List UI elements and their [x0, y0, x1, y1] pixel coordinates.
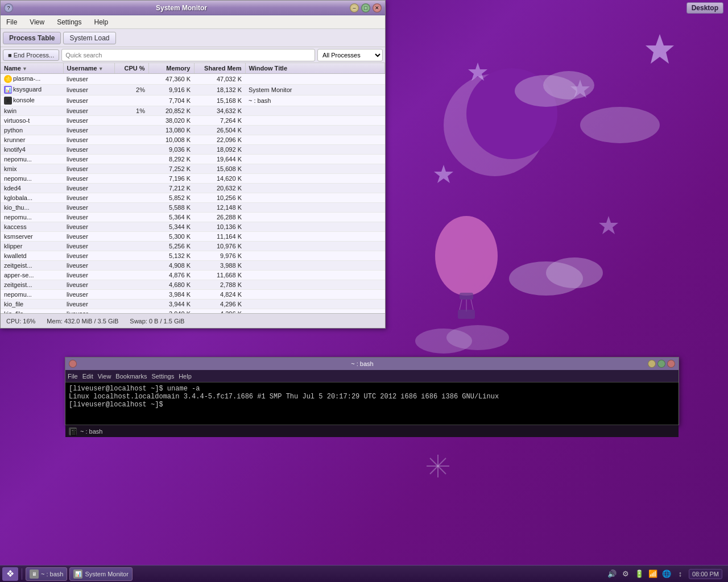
terminal-close-button[interactable] — [69, 360, 77, 368]
table-row[interactable]: kio_thu... liveuser 5,588 K 12,148 K — [1, 203, 385, 213]
table-row[interactable]: nepomu... liveuser 5,364 K 26,288 K — [1, 213, 385, 222]
minimize-button[interactable]: – — [350, 3, 359, 13]
table-row[interactable]: nepomu... liveuser 3,984 K 4,824 K — [1, 290, 385, 300]
col-header-name[interactable]: Name▼ — [1, 63, 63, 74]
table-row[interactable]: virtuoso-t liveuser 38,020 K 7,264 K — [1, 116, 385, 126]
terminal-menu-help[interactable]: Help — [179, 373, 192, 380]
cell-name: kded4 — [1, 184, 63, 193]
col-header-shared[interactable]: Shared Mem — [194, 63, 245, 74]
table-row[interactable]: klipper liveuser 5,256 K 10,976 K — [1, 242, 385, 251]
cell-shared: 2,788 K — [194, 280, 245, 290]
cell-username: liveuser — [63, 203, 114, 213]
system-monitor-titlebar: ? System Monitor – □ ✕ — [1, 1, 385, 15]
cell-cpu — [114, 164, 148, 174]
table-row[interactable]: nepomu... liveuser 7,196 K 14,620 K — [1, 174, 385, 184]
process-table-scroll[interactable]: Name▼ Username▼ CPU % Memory Shared Mem … — [1, 63, 385, 313]
table-row[interactable]: zeitgeist... liveuser 4,680 K 2,788 K — [1, 280, 385, 290]
tab-system-load[interactable]: System Load — [63, 32, 115, 44]
cell-name: ksmserver — [1, 232, 63, 242]
terminal-window: ~ : bash File Edit View Bookmarks Settin… — [65, 357, 679, 425]
cell-window — [245, 300, 385, 309]
search-input[interactable] — [61, 49, 315, 61]
cell-cpu — [114, 74, 148, 85]
table-row[interactable]: python liveuser 13,080 K 26,504 K — [1, 126, 385, 135]
cell-name: kio_file — [1, 300, 63, 309]
cell-window: ~ : bash — [245, 95, 385, 106]
table-row[interactable]: kwalletd liveuser 5,132 K 9,976 K — [1, 251, 385, 261]
taskbar-item-terminal[interactable]: 🖥 ~ : bash — [26, 567, 67, 581]
menu-help[interactable]: Help — [91, 17, 112, 27]
cell-window — [245, 106, 385, 116]
table-row[interactable]: ksmserver liveuser 5,300 K 11,164 K — [1, 232, 385, 242]
titlebar-controls: ? — [4, 3, 13, 13]
tray-icon-1[interactable]: 🔊 — [607, 569, 617, 579]
cell-name: klipper — [1, 242, 63, 251]
table-row[interactable]: krunner liveuser 10,008 K 22,096 K — [1, 135, 385, 145]
cell-window — [245, 222, 385, 232]
process-table-area: Name▼ Username▼ CPU % Memory Shared Mem … — [1, 63, 385, 313]
table-row[interactable]: knotify4 liveuser 9,036 K 18,092 K — [1, 145, 385, 155]
cell-shared: 3,988 K — [194, 261, 245, 271]
col-header-username[interactable]: Username▼ — [63, 63, 114, 74]
taskbar-start-button[interactable]: ❖ — [2, 567, 18, 581]
terminal-maximize-button[interactable] — [657, 360, 665, 368]
tray-icon-5[interactable]: 🌐 — [661, 569, 672, 579]
table-row[interactable]: kglobala... liveuser 5,852 K 10,256 K — [1, 193, 385, 203]
terminal-minimize-button[interactable] — [648, 360, 656, 368]
help-button[interactable]: ? — [4, 3, 13, 13]
tray-icon-2[interactable]: ⚙ — [621, 569, 631, 579]
table-row[interactable]: kio_file liveuser 3,940 K 4,296 K — [1, 309, 385, 313]
table-row[interactable]: kwin liveuser 1% 20,852 K 34,632 K — [1, 106, 385, 116]
tray-icon-4[interactable]: 📶 — [648, 569, 658, 579]
cell-memory: 9,916 K — [148, 85, 194, 95]
desktop-button[interactable]: Desktop — [686, 2, 723, 14]
terminal-menu-file[interactable]: File — [68, 373, 78, 380]
cell-memory: 7,212 K — [148, 184, 194, 193]
taskbar-item-sysmon[interactable]: 📊 System Monitor — [69, 567, 132, 581]
table-row[interactable]: kded4 liveuser 7,212 K 20,632 K — [1, 184, 385, 193]
process-table-body: ⭐plasma-... liveuser 47,360 K 47,032 K 📊… — [1, 74, 385, 314]
terminal-menu-bookmarks[interactable]: Bookmarks — [115, 373, 147, 380]
col-header-window[interactable]: Window Title — [245, 63, 385, 74]
cell-name: knotify4 — [1, 145, 63, 155]
col-header-cpu[interactable]: CPU % — [114, 63, 148, 74]
tray-icon-6[interactable]: ↕ — [675, 569, 685, 579]
table-row[interactable]: zeitgeist... liveuser 4,908 K 3,988 K — [1, 261, 385, 271]
tab-process-table[interactable]: Process Table — [3, 32, 61, 44]
status-cpu: CPU: 16% — [6, 318, 35, 325]
table-row[interactable]: nepomu... liveuser 8,292 K 19,644 K — [1, 155, 385, 164]
tray-icon-3[interactable]: 🔋 — [634, 569, 644, 579]
cell-shared: 19,644 K — [194, 155, 245, 164]
terminal-menu-edit[interactable]: Edit — [82, 373, 93, 380]
cell-cpu — [114, 280, 148, 290]
terminal-close-button2[interactable] — [667, 360, 675, 368]
table-row[interactable]: 🖥konsole liveuser 7,704 K 15,168 K ~ : b… — [1, 95, 385, 106]
end-process-button[interactable]: ■ End Process... — [3, 49, 59, 61]
menu-view[interactable]: View — [26, 17, 48, 27]
cell-username: liveuser — [63, 174, 114, 184]
cell-shared: 20,632 K — [194, 184, 245, 193]
cell-shared: 18,092 K — [194, 145, 245, 155]
table-row[interactable]: kaccess liveuser 5,344 K 10,136 K — [1, 222, 385, 232]
terminal-body[interactable]: [liveuser@localhost ~]$ uname -a Linux l… — [65, 383, 679, 425]
table-row[interactable]: ⭐plasma-... liveuser 47,360 K 47,032 K — [1, 74, 385, 85]
maximize-button[interactable]: □ — [361, 3, 370, 13]
table-row[interactable]: 📊ksysguard liveuser 2% 9,916 K 18,132 K … — [1, 85, 385, 95]
close-button[interactable]: ✕ — [373, 3, 382, 13]
cell-cpu — [114, 242, 148, 251]
end-process-icon: ■ — [8, 52, 12, 59]
menu-settings[interactable]: Settings — [53, 17, 85, 27]
cell-memory: 4,680 K — [148, 280, 194, 290]
col-header-memory[interactable]: Memory — [148, 63, 194, 74]
cell-window — [245, 232, 385, 242]
process-filter[interactable]: All Processes My Processes Active Proces… — [317, 49, 383, 61]
cell-memory: 8,292 K — [148, 155, 194, 164]
terminal-menu-settings[interactable]: Settings — [151, 373, 174, 380]
taskbar-terminal-icon: 🖥 — [30, 569, 39, 579]
table-row[interactable]: apper-se... liveuser 4,876 K 11,668 K — [1, 271, 385, 280]
cell-shared: 26,288 K — [194, 213, 245, 222]
terminal-menu-view[interactable]: View — [98, 373, 111, 380]
menu-file[interactable]: File — [3, 17, 20, 27]
table-row[interactable]: kmix liveuser 7,252 K 15,608 K — [1, 164, 385, 174]
table-row[interactable]: kio_file liveuser 3,944 K 4,296 K — [1, 300, 385, 309]
